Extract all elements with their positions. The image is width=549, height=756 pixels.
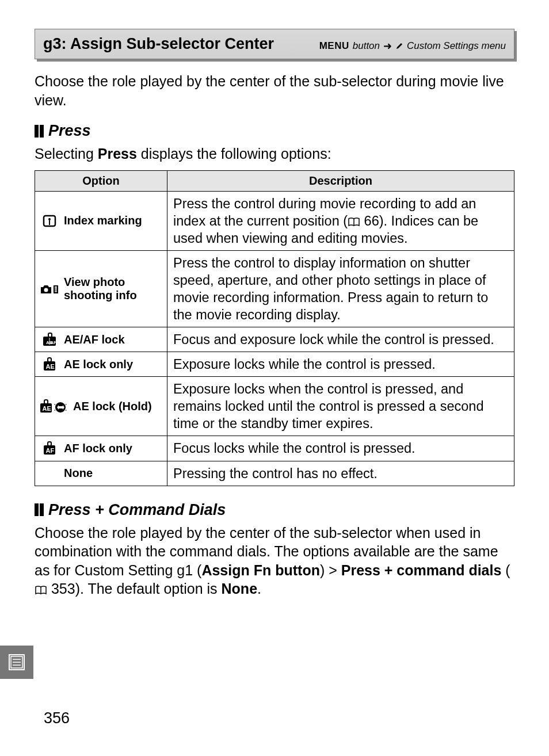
svg-rect-22 xyxy=(48,442,51,446)
press-intro-c: displays the following options: xyxy=(137,146,331,162)
section-heading-press: Press xyxy=(35,122,514,140)
pencil-icon xyxy=(395,42,403,50)
section-marker-icon xyxy=(35,125,44,138)
svg-rect-18 xyxy=(44,400,48,404)
svg-rect-2 xyxy=(49,220,50,225)
svg-rect-8 xyxy=(55,289,57,291)
option-cell: AE AE lock only xyxy=(35,352,167,377)
section-title-press: Press xyxy=(48,122,91,140)
table-row: None Pressing the control has no effect. xyxy=(35,461,514,486)
svg-rect-15 xyxy=(48,358,51,362)
options-table: Option Description Index marking Press t… xyxy=(35,170,514,486)
option-label: AE lock (Hold) xyxy=(73,400,152,413)
svg-rect-7 xyxy=(55,288,57,289)
option-cell: Index marking xyxy=(35,191,167,250)
camera-info-icon xyxy=(40,282,59,295)
dials-text-e: ( xyxy=(501,562,510,578)
svg-text:AF: AF xyxy=(51,340,57,345)
table-row: AE AE lock (Hold) Exposure locks when th… xyxy=(35,377,514,436)
ae-lock-only-icon: AE xyxy=(40,357,59,371)
option-label: AF lock only xyxy=(64,442,132,455)
table-row: Index marking Press the control during m… xyxy=(35,191,514,250)
af-lock-only-icon: AF xyxy=(40,441,59,455)
side-tab xyxy=(0,646,33,679)
desc-cell: Focus locks while the control is pressed… xyxy=(167,436,514,461)
arrow-right-icon: ➜ xyxy=(383,41,392,51)
menu-label: MENU xyxy=(319,40,349,52)
breadcrumb: MENU button ➜ Custom Settings menu xyxy=(319,40,506,52)
option-label: None xyxy=(64,467,93,480)
desc-cell: Press the control during movie recording… xyxy=(167,191,514,250)
menu-list-icon xyxy=(7,653,26,671)
svg-rect-9 xyxy=(55,291,57,292)
page-number: 356 xyxy=(44,709,70,727)
svg-rect-6 xyxy=(55,287,57,288)
page-header-bar: g3: Assign Sub-selector Center MENU butt… xyxy=(35,29,514,59)
desc-cell: Focus and exposure lock while the contro… xyxy=(167,327,514,352)
option-cell: AEAF AE/AF lock xyxy=(35,327,167,352)
table-header-option: Option xyxy=(35,170,167,191)
press-intro-b: Press xyxy=(98,146,137,162)
svg-text:AF: AF xyxy=(46,447,55,454)
desc-cell: Exposure locks while the control is pres… xyxy=(167,352,514,377)
option-label: AE/AF lock xyxy=(64,333,125,346)
svg-text:AE: AE xyxy=(46,363,55,370)
table-header-description: Description xyxy=(167,170,514,191)
index-marking-icon xyxy=(40,215,59,227)
svg-point-4 xyxy=(44,288,48,292)
dials-text-c: ) > xyxy=(320,562,341,578)
table-row: View photo shooting info Press the contr… xyxy=(35,250,514,327)
ae-af-lock-icon: AEAF xyxy=(40,333,59,346)
section-marker-icon xyxy=(35,503,44,516)
table-row: AEAF AE/AF lock Focus and exposure lock … xyxy=(35,327,514,352)
desc-cell: Pressing the control has no effect. xyxy=(167,461,514,486)
page-ref: 353 xyxy=(51,581,75,597)
menu-target: Custom Settings menu xyxy=(407,40,506,52)
section-heading-press-dials: Press + Command Dials xyxy=(35,501,514,519)
page-ref: 66 xyxy=(364,213,379,228)
section-press-intro: Selecting Press displays the following o… xyxy=(35,144,514,163)
press-intro-a: Selecting xyxy=(35,146,98,162)
option-label: Index marking xyxy=(64,214,142,227)
ae-lock-hold-icon: AE xyxy=(40,399,68,413)
dials-text-d: Press + command dials xyxy=(341,562,502,578)
dials-text-g: None xyxy=(222,581,258,597)
svg-rect-10 xyxy=(48,333,52,337)
section-title-press-dials: Press + Command Dials xyxy=(48,501,226,519)
dials-text-f: ). The default option is xyxy=(75,581,222,597)
menu-button-word: button xyxy=(353,40,380,52)
dials-text-b: Assign Fn button xyxy=(201,562,320,578)
section-press-dials-text: Choose the role played by the center of … xyxy=(35,524,514,598)
option-cell: View photo shooting info xyxy=(35,250,167,327)
desc-cell: Exposure locks when the control is press… xyxy=(167,377,514,436)
option-cell: None xyxy=(35,461,167,486)
option-cell: AF AF lock only xyxy=(35,436,167,461)
desc-cell: Press the control to display information… xyxy=(167,250,514,327)
svg-text:AE: AE xyxy=(43,405,51,412)
intro-text: Choose the role played by the center of … xyxy=(35,72,514,109)
table-row: AE AE lock only Exposure locks while the… xyxy=(35,352,514,377)
table-row: AF AF lock only Focus locks while the co… xyxy=(35,436,514,461)
book-icon xyxy=(35,586,47,595)
dials-text-h: . xyxy=(257,581,261,597)
page-title: g3: Assign Sub-selector Center xyxy=(43,35,274,53)
book-icon xyxy=(348,217,360,227)
option-label: View photo shooting info xyxy=(64,276,162,302)
option-label: AE lock only xyxy=(64,358,133,371)
svg-point-1 xyxy=(48,218,51,220)
option-cell: AE AE lock (Hold) xyxy=(35,377,167,436)
